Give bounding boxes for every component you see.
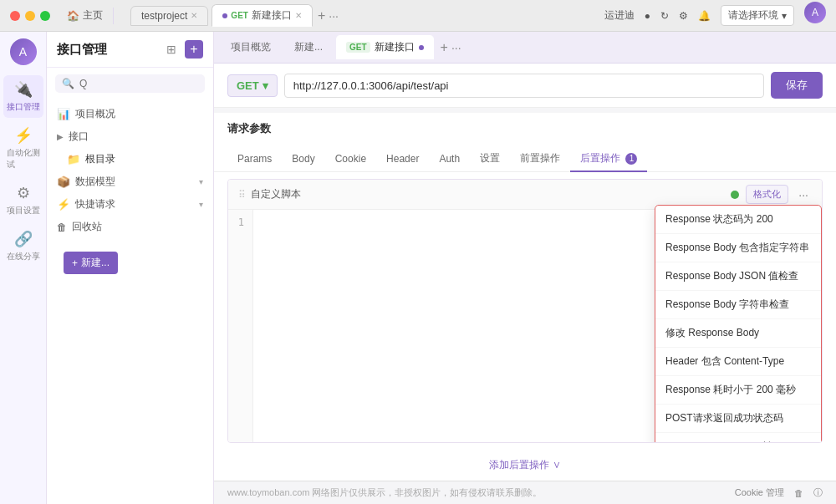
left-panel-actions: ⊞ + [163, 40, 203, 59]
snippet-item-9[interactable]: Response Body XML 转 JSON [655, 433, 821, 443]
bell-icon[interactable]: 🔔 [698, 10, 711, 22]
nav-api-label: 接口 [69, 130, 89, 144]
more-tab-options[interactable]: ··· [451, 41, 461, 54]
nav-recycle[interactable]: 🗑 回收站 [47, 216, 213, 238]
method-value: GET [237, 79, 259, 92]
close-new-api-tab-icon[interactable]: ✕ [295, 11, 302, 20]
filter-button[interactable]: ⊞ [163, 40, 180, 59]
folder-icon: 📁 [67, 153, 80, 165]
tab-project-overview[interactable]: 项目概览 [221, 35, 281, 59]
method-label: GET [231, 11, 248, 20]
tab-pre-operation[interactable]: 前置操作 [510, 146, 570, 172]
tab-new-api[interactable]: GET 新建接口 [336, 35, 434, 59]
snippet-dropdown: Response 状态码为 200 Response Body 包含指定字符串 … [655, 205, 822, 443]
tab-new[interactable]: 新建... [284, 35, 333, 59]
snippet-item-3[interactable]: Response Body JSON 值检查 [655, 262, 821, 291]
add-tab-button[interactable]: + [318, 8, 325, 23]
snippet-item-5[interactable]: 修改 Response Body [655, 319, 821, 348]
tab-body[interactable]: Body [282, 148, 324, 171]
script-title-area: ⠿ 自定义脚本 [238, 187, 301, 201]
nav-project-overview[interactable]: 📊 项目概况 [47, 103, 213, 125]
add-operation-link[interactable]: 添加后置操作 ∨ [489, 459, 560, 471]
quick-request-icon: ⚡ [57, 198, 70, 211]
snippet-item-4[interactable]: Response Body 字符串检查 [655, 291, 821, 319]
add-button[interactable]: + [185, 40, 203, 59]
nav-tree: 📊 项目概况 ▶ 接口 📁 根目录 📦 数据模型 ▾ ⚡ 快捷请求 ▾ [47, 99, 213, 242]
new-api-tab[interactable]: GET 新建接口 ✕ [212, 4, 313, 27]
snippet-item-7[interactable]: Response 耗时小于 200 毫秒 [655, 376, 821, 405]
left-panel-title: 接口管理 [57, 42, 107, 58]
settings-icon: ⚙ [17, 184, 30, 202]
status-dot [731, 191, 739, 199]
connect-icon[interactable]: ● [645, 10, 650, 22]
nav-quick-request[interactable]: ⚡ 快捷请求 ▾ [47, 193, 213, 216]
project-tab[interactable]: testproject ✕ [130, 6, 208, 26]
save-button[interactable]: 保存 [771, 72, 823, 99]
sidebar-item-project-settings[interactable]: ⚙ 项目设置 [3, 179, 43, 221]
env-select[interactable]: 请选择环境 ▾ [721, 5, 794, 26]
tab-settings[interactable]: 设置 [470, 146, 510, 172]
url-input[interactable] [284, 74, 764, 98]
cookie-manage-link[interactable]: Cookie 管理 [735, 486, 784, 499]
traffic-lights [10, 11, 50, 21]
tab-bar: 项目概览 新建... GET 新建接口 + ··· [214, 32, 836, 64]
api-icon: ▶ [57, 132, 64, 141]
nav-api[interactable]: ▶ 接口 [47, 125, 213, 148]
sidebar: A 🔌 接口管理 ⚡ 自动化测试 ⚙ 项目设置 🔗 在线分享 [0, 32, 47, 504]
home-nav[interactable]: 🏠 主页 [67, 8, 103, 23]
nav-root-dir[interactable]: 📁 根目录 [47, 148, 213, 171]
method-badge: GET [346, 42, 370, 53]
request-tabs: Params Body Cookie Header Auth 设置 前置操作 后… [214, 140, 836, 172]
snippet-item-1[interactable]: Response 状态码为 200 [655, 206, 821, 234]
line-numbers: 1 [228, 210, 253, 442]
gear-icon[interactable]: ⚙ [679, 10, 688, 22]
search-icon: 🔍 [62, 78, 74, 89]
tab-auth[interactable]: Auth [429, 148, 470, 171]
search-bar[interactable]: 🔍 [55, 74, 205, 93]
params-section-label: 请求参数 [214, 113, 836, 140]
format-button[interactable]: 格式化 [746, 185, 788, 204]
nav-data-model-label: 数据模型 [75, 175, 115, 189]
snippet-item-8[interactable]: POST请求返回成功状态码 [655, 405, 821, 433]
tab-cookie[interactable]: Cookie [325, 148, 376, 171]
more-options-button[interactable]: ··· [795, 186, 812, 203]
method-selector[interactable]: GET ▾ [227, 74, 278, 97]
sidebar-item-api-manage[interactable]: 🔌 接口管理 [3, 75, 43, 118]
close-tab-icon[interactable]: ✕ [191, 11, 197, 20]
minimize-btn[interactable] [25, 11, 35, 21]
close-btn[interactable] [10, 11, 20, 21]
trash-icon[interactable]: 🗑 [794, 488, 803, 498]
tab-post-operation[interactable]: 后置操作 1 [570, 146, 647, 172]
data-model-arrow: ▾ [199, 177, 203, 186]
app-layout: A 🔌 接口管理 ⚡ 自动化测试 ⚙ 项目设置 🔗 在线分享 接口管理 ⊞ + [0, 32, 836, 504]
maximize-btn[interactable] [40, 11, 50, 21]
script-title-label: 自定义脚本 [251, 187, 301, 201]
sidebar-item-auto-test[interactable]: ⚡ 自动化测试 [3, 121, 43, 176]
nav-quick-request-label: 快捷请求 [75, 197, 115, 211]
tab-params[interactable]: Params [227, 148, 282, 171]
more-tabs-button[interactable]: ··· [329, 9, 339, 23]
env-label: 请选择环境 [728, 8, 778, 23]
refresh-icon[interactable]: ↻ [660, 10, 669, 22]
snippet-item-6[interactable]: Header 包含 Content-Type [655, 348, 821, 376]
search-input[interactable] [79, 78, 198, 89]
data-model-icon: 📦 [57, 176, 70, 188]
snippet-item-2[interactable]: Response Body 包含指定字符串 [655, 234, 821, 262]
new-api-button[interactable]: + 新建... [64, 252, 118, 274]
share-icon: 🔗 [14, 230, 33, 248]
nav-data-model[interactable]: 📦 数据模型 ▾ [47, 171, 213, 193]
chevron-down-icon: ▾ [782, 10, 787, 22]
request-area: GET ▾ 保存 [214, 64, 836, 108]
sidebar-item-online-share[interactable]: 🔗 在线分享 [3, 225, 43, 267]
sidebar-item-auto-label: 自动化测试 [7, 147, 40, 171]
main-area: 项目概览 新建... GET 新建接口 + ··· GET ▾ 保存 [214, 32, 836, 504]
add-tab-plus[interactable]: + [441, 40, 448, 55]
new-api-btn-label: 新建... [81, 256, 110, 270]
avatar: A [804, 2, 826, 23]
auto-test-icon: ⚡ [14, 126, 33, 145]
left-panel: 接口管理 ⊞ + 🔍 📊 项目概况 ▶ 接口 📁 根目录 [47, 32, 214, 504]
titlebar: 🏠 主页 testproject ✕ GET 新建接口 ✕ + ··· 运进迪 … [0, 0, 836, 32]
tab-header[interactable]: Header [376, 148, 429, 171]
tab-project-overview-label: 项目概览 [231, 40, 271, 54]
info-icon[interactable]: ⓘ [813, 486, 823, 499]
